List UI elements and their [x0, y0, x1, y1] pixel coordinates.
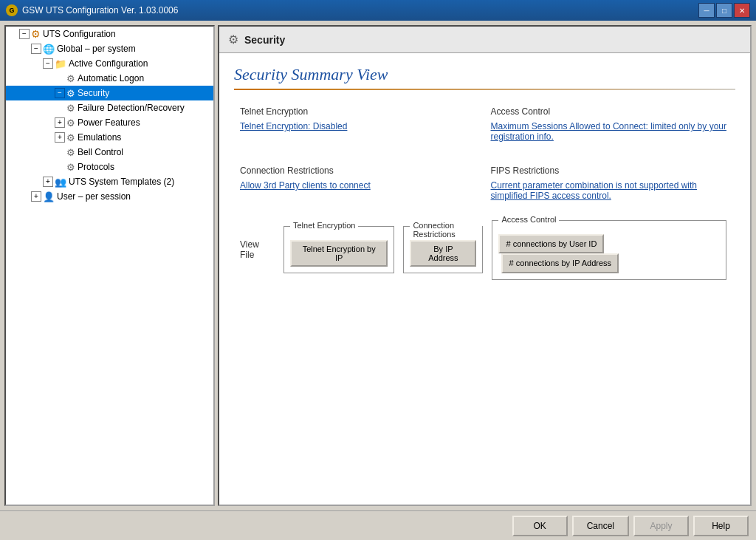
fips-cell: FIPS Restrictions Current parameter comb…	[485, 161, 736, 205]
failure-gear-icon: ⚙	[66, 103, 75, 114]
fips-header: FIPS Restrictions	[491, 165, 730, 176]
main-layout: − ⚙ UTS Configuration − 🌐 Global – per s…	[0, 21, 756, 510]
security-gear-icon: ⚙	[66, 88, 75, 99]
sidebar-item-security-label: Security	[78, 88, 109, 98]
auto-logon-gear-icon: ⚙	[66, 73, 75, 84]
access-ctrl-group: Access Control # connections by User ID …	[492, 220, 726, 280]
sidebar-item-emulations[interactable]: + ⚙ Emulations	[6, 130, 213, 145]
telnet-enc-cell: Telnet Encryption Telnet Encryption: Dis…	[234, 102, 485, 146]
user-expander[interactable]: +	[31, 191, 41, 202]
bell-gear-icon: ⚙	[66, 147, 75, 158]
sidebar-item-bell[interactable]: ⚙ Bell Control	[6, 145, 213, 160]
maximize-button[interactable]: □	[716, 3, 732, 18]
btn-telnet-enc-ip[interactable]: Telnet Encryption by IP	[290, 240, 388, 267]
protocols-gear-icon: ⚙	[66, 162, 75, 173]
conn-restrict-header: Connection Restrictions	[240, 165, 479, 176]
conn-restrict-cell: Connection Restrictions Allow 3rd Party …	[234, 161, 485, 205]
sidebar-item-active-config-label: Active Configuration	[69, 58, 148, 69]
bottom-bar: OK Cancel Apply Help	[0, 510, 756, 540]
uts-templates-icon: 👥	[55, 177, 66, 188]
right-panel-title: Security	[244, 34, 285, 46]
sidebar-item-global-label: Global – per system	[57, 44, 136, 54]
security-expander[interactable]: −	[55, 88, 65, 98]
right-panel: ⚙ Security Security Summary View Telnet …	[218, 25, 752, 506]
sidebar-item-auto-logon[interactable]: ⚙ Automatic Logon	[6, 71, 213, 86]
conn-restrict-group: Connection Restrictions By IP Address	[403, 226, 483, 273]
tree-root[interactable]: − ⚙ UTS Configuration	[6, 27, 213, 41]
sidebar-item-bell-label: Bell Control	[78, 147, 123, 157]
sidebar-item-global[interactable]: − 🌐 Global – per system	[6, 41, 213, 56]
sidebar-item-failure[interactable]: ⚙ Failure Detection/Recovery	[6, 100, 213, 115]
telnet-enc-header: Telnet Encryption	[240, 106, 479, 117]
telnet-enc-link[interactable]: Telnet Encryption: Disabled	[240, 121, 347, 131]
access-ctrl-cell: Access Control Maximum Sessions Allowed …	[485, 102, 736, 146]
btn-by-ip[interactable]: By IP Address	[410, 240, 476, 267]
root-icon: ⚙	[31, 28, 41, 40]
active-config-folder-icon: 📁	[55, 58, 66, 69]
emulations-gear-icon: ⚙	[66, 132, 75, 143]
help-button[interactable]: Help	[693, 516, 749, 536]
sidebar-item-failure-label: Failure Detection/Recovery	[78, 103, 185, 113]
summary-grid-row1: Telnet Encryption Telnet Encryption: Dis…	[234, 102, 735, 146]
minimize-button[interactable]: ─	[698, 3, 715, 18]
section-title: Security Summary View	[234, 65, 735, 84]
telnet-enc-group-label: Telnet Encryption	[290, 221, 358, 230]
cancel-button[interactable]: Cancel	[572, 516, 629, 536]
view-file-label: View File	[240, 239, 275, 260]
view-file-row: View File Telnet Encryption Telnet Encry…	[234, 220, 735, 280]
global-expander[interactable]: −	[31, 44, 41, 54]
btn-conn-userid[interactable]: # connections by User ID	[498, 234, 604, 253]
sidebar-item-protocols-label: Protocols	[78, 162, 114, 172]
sidebar-item-protocols[interactable]: ⚙ Protocols	[6, 160, 213, 174]
power-expander[interactable]: +	[55, 117, 65, 128]
right-panel-content: Security Summary View Telnet Encryption …	[219, 53, 750, 292]
summary-grid-row2: Connection Restrictions Allow 3rd Party …	[234, 161, 735, 205]
fips-link[interactable]: Current parameter combination is not sup…	[491, 180, 697, 201]
sidebar-item-uts-templates[interactable]: + 👥 UTS System Templates (2)	[6, 174, 213, 189]
tree-root-label: UTS Configuration	[43, 29, 116, 39]
sidebar-item-power[interactable]: + ⚙ Power Features	[6, 115, 213, 130]
access-ctrl-group-label: Access Control	[498, 215, 559, 224]
telnet-enc-group: Telnet Encryption Telnet Encryption by I…	[284, 226, 394, 273]
access-ctrl-link[interactable]: Maximum Sessions Allowed to Connect: lim…	[491, 121, 726, 142]
sidebar-item-active-config[interactable]: − 📁 Active Configuration	[6, 56, 213, 71]
conn-restrict-group-label: Connection Restrictions	[410, 221, 482, 239]
sidebar-item-uts-templates-label: UTS System Templates (2)	[69, 177, 174, 187]
emulations-expander[interactable]: +	[55, 132, 65, 143]
root-expander[interactable]: −	[19, 29, 30, 39]
globe-icon: 🌐	[43, 44, 55, 55]
section-divider	[234, 89, 735, 90]
app-icon: G	[6, 4, 18, 16]
close-button[interactable]: ✕	[734, 3, 750, 18]
ok-button[interactable]: OK	[512, 516, 568, 536]
access-ctrl-header: Access Control	[491, 106, 730, 117]
tree-panel: − ⚙ UTS Configuration − 🌐 Global – per s…	[4, 25, 215, 506]
conn-restrict-link[interactable]: Allow 3rd Party clients to connect	[240, 180, 371, 191]
sidebar-item-security[interactable]: − ⚙ Security	[6, 86, 213, 100]
window-controls: ─ □ ✕	[698, 3, 750, 18]
uts-templates-expander[interactable]: +	[43, 177, 53, 187]
btn-conn-ip[interactable]: # connections by IP Address	[501, 253, 619, 273]
sidebar-item-auto-logon-label: Automatic Logon	[78, 73, 144, 83]
sidebar-item-user[interactable]: + 👤 User – per session	[6, 189, 213, 204]
app-title: GSW UTS Configuration Ver. 1.03.0006	[22, 5, 698, 16]
sidebar-item-emulations-label: Emulations	[78, 132, 121, 143]
power-gear-icon: ⚙	[66, 117, 75, 129]
right-panel-header: ⚙ Security	[219, 27, 750, 53]
active-config-expander[interactable]: −	[43, 58, 53, 69]
title-bar: G GSW UTS Configuration Ver. 1.03.0006 ─…	[0, 0, 756, 21]
sidebar-item-power-label: Power Features	[78, 117, 140, 128]
sidebar-item-user-label: User – per session	[57, 191, 131, 202]
security-panel-icon: ⚙	[228, 33, 238, 47]
apply-button[interactable]: Apply	[633, 516, 689, 536]
user-icon: 👤	[43, 191, 55, 202]
